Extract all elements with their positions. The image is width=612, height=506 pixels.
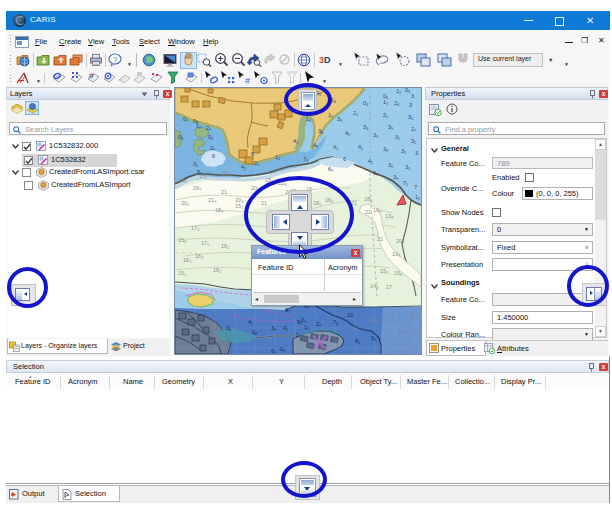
svg-text:#: # (245, 76, 250, 85)
svg-text:3: 3 (411, 93, 414, 99)
svg-text:3: 3 (409, 102, 412, 108)
svg-text:10: 10 (347, 312, 353, 318)
svg-text:6: 6 (251, 151, 254, 157)
svg-text:6: 6 (343, 156, 346, 162)
svg-text:#: # (89, 71, 94, 81)
svg-text:6: 6 (212, 153, 215, 159)
svg-text:3: 3 (415, 150, 418, 156)
svg-text:21: 21 (377, 236, 383, 242)
svg-text:17: 17 (386, 284, 392, 290)
svg-text:21: 21 (221, 189, 227, 195)
svg-text:?: ? (113, 55, 117, 64)
svg-text:21: 21 (365, 209, 371, 215)
svg-text:7: 7 (414, 184, 417, 190)
